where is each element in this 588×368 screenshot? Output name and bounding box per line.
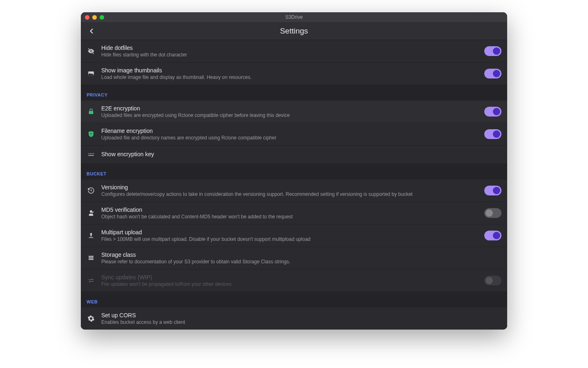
- window-controls: [85, 15, 104, 20]
- row-desc: Configures delete/move/copy actions to t…: [101, 191, 479, 197]
- row-desc: Uploaded file and directory names are en…: [101, 135, 479, 141]
- section-privacy: PRIVACY: [81, 85, 507, 101]
- svg-point-6: [93, 153, 94, 154]
- row-title: Storage class: [101, 251, 501, 258]
- row-title: Set up CORS: [101, 312, 501, 319]
- eye-off-icon: [87, 47, 96, 56]
- row-setup-cors[interactable]: Set up CORS Enables bucket access by a w…: [81, 307, 507, 330]
- toggle-filename-encryption[interactable]: [484, 129, 501, 139]
- row-storage-class[interactable]: Storage class Please refer to documentat…: [81, 247, 507, 269]
- row-filename-encryption[interactable]: Filename encryption Uploaded file and di…: [81, 123, 507, 146]
- section-bucket: BUCKET: [81, 164, 507, 180]
- row-desc: Hide files starting with the dot charact…: [101, 52, 479, 58]
- row-desc: Object hash won't be calculated and Cont…: [101, 214, 479, 220]
- row-title: Hide dotfiles: [101, 45, 479, 51]
- password-icon: [87, 150, 96, 159]
- close-icon[interactable]: [85, 15, 89, 20]
- storage-icon: [87, 254, 96, 263]
- row-title: Filename encryption: [101, 128, 479, 134]
- svg-rect-10: [89, 256, 94, 257]
- sync-icon: [87, 276, 96, 285]
- svg-text:+: +: [90, 112, 91, 114]
- settings-content: Hide dotfiles Hide files starting with t…: [81, 40, 507, 330]
- verified-icon: [87, 209, 96, 218]
- row-sync-updates: Sync updates (WIP) File updates won't be…: [81, 269, 507, 292]
- toggle-versioning[interactable]: [484, 186, 501, 195]
- svg-rect-11: [89, 258, 94, 258]
- titlebar: S3Drive: [81, 12, 507, 22]
- toggle-sync-updates: [484, 276, 501, 285]
- toggle-show-thumbnails[interactable]: [484, 69, 501, 79]
- row-desc: Please refer to documentation of your S3…: [101, 259, 501, 265]
- section-web: WEB: [81, 292, 507, 307]
- row-title: E2E encryption: [101, 105, 479, 112]
- maximize-icon[interactable]: [100, 15, 104, 20]
- row-desc: Enables bucket access by a web client: [101, 319, 501, 325]
- row-versioning[interactable]: Versioning Configures delete/move/copy a…: [81, 180, 507, 202]
- chevron-left-icon: [87, 27, 96, 35]
- svg-point-5: [91, 153, 92, 154]
- history-icon: [87, 186, 96, 195]
- svg-rect-12: [89, 259, 94, 260]
- svg-point-4: [90, 153, 91, 154]
- row-title: Show image thumbnails: [101, 67, 479, 74]
- back-button[interactable]: [87, 26, 96, 36]
- row-hide-dotfiles[interactable]: Hide dotfiles Hide files starting with t…: [81, 40, 507, 63]
- gear-icon: [87, 314, 96, 323]
- row-title: Show encryption key: [101, 151, 501, 157]
- row-desc: Uploaded files are encrypted using Rclon…: [101, 112, 479, 118]
- page-title: Settings: [280, 27, 308, 36]
- window-title: S3Drive: [285, 14, 303, 20]
- row-multipart-upload[interactable]: Multipart upload Files > 100MB will use …: [81, 224, 507, 247]
- shield-icon: [87, 130, 96, 139]
- svg-rect-9: [89, 238, 94, 238]
- toggle-multipart-upload[interactable]: [484, 231, 501, 240]
- toggle-md5-verification[interactable]: [484, 208, 501, 218]
- row-title: Sync updates (WIP): [101, 274, 479, 280]
- lock-icon: +: [87, 107, 96, 116]
- svg-rect-7: [88, 155, 94, 156]
- row-desc: Load whole image file and display as thu…: [101, 74, 479, 80]
- app-window: S3Drive Settings Hide dotfiles Hide file…: [81, 12, 507, 330]
- svg-point-3: [89, 153, 89, 154]
- row-title: MD5 verification: [101, 206, 479, 213]
- toggle-hide-dotfiles[interactable]: [484, 46, 501, 56]
- row-title: Versioning: [101, 184, 479, 191]
- row-desc: File updates won't be propagated to/from…: [101, 281, 479, 287]
- row-show-encryption-key[interactable]: Show encryption key: [81, 146, 507, 164]
- page-header: Settings: [81, 22, 507, 40]
- row-show-thumbnails[interactable]: Show image thumbnails Load whole image f…: [81, 63, 507, 85]
- row-desc: Files > 100MB will use multipart upload.…: [101, 236, 479, 242]
- row-md5-verification[interactable]: MD5 verification Object hash won't be ca…: [81, 202, 507, 224]
- minimize-icon[interactable]: [92, 15, 97, 20]
- toggle-e2e-encryption[interactable]: [484, 107, 501, 117]
- upload-icon: [87, 231, 96, 240]
- row-title: Multipart upload: [101, 229, 479, 236]
- row-e2e-encryption[interactable]: + E2E encryption Uploaded files are encr…: [81, 101, 507, 123]
- image-icon: [87, 69, 96, 78]
